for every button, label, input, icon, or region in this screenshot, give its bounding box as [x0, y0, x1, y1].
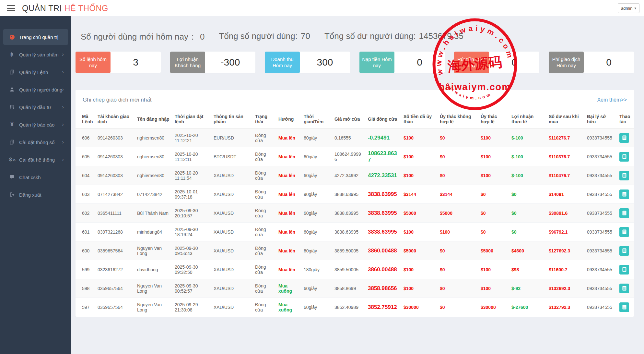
view-order-button[interactable] — [619, 227, 629, 237]
table-row: 6050914260303nghiemsen802025-10-20 11:12… — [76, 147, 634, 166]
cell-duration: 60giây — [301, 279, 332, 298]
cell-valid: $100 — [478, 166, 509, 185]
cell-status: Đóng cửa — [252, 204, 276, 223]
view-order-button[interactable] — [619, 133, 629, 143]
cell-time: 2025-09-30 18:19:24 — [172, 223, 211, 241]
cell-open: 3852.40989 — [332, 298, 365, 317]
sidebar-item-system-settings[interactable]: ⚙⚙ Cài đặt hệ thống › — [3, 152, 68, 167]
transactions-table: Mã LệnhTài khoản giao dịchTên đăng nhậpT… — [76, 110, 634, 317]
column-header: Ủy thác không hợp lệ — [437, 110, 478, 128]
view-order-button[interactable] — [619, 265, 629, 275]
cell-account: 0914260303 — [95, 128, 135, 147]
view-order-button[interactable] — [619, 284, 629, 293]
cell-account: 0397321268 — [95, 223, 135, 241]
table-row: 6020365411111Bùi Thành Nam2025-09-30 20:… — [76, 204, 634, 223]
see-more-link[interactable]: Xem thêm>> — [597, 97, 627, 103]
table-body: 6060914260303nghiemsen802025-10-20 11:12… — [76, 128, 634, 317]
cell-agent: 0933734555 — [584, 260, 617, 279]
cell-duration: 60giây — [301, 298, 332, 317]
sidebar-item-users[interactable]: Quản lý người dùng › — [3, 82, 68, 97]
cell-valid: $100 — [478, 147, 509, 166]
cell-close: 3838.63995 — [365, 223, 401, 241]
summary-label: Tổng số dư người dùng: — [324, 31, 416, 41]
cell-time: 2025-10-01 09:37:18 — [172, 185, 211, 204]
summary-value: 70 — [301, 31, 310, 41]
cell-balance: $132692.3 — [546, 279, 584, 298]
sidebar-item-orders[interactable]: Quản lý Lệnh › — [3, 64, 68, 80]
cell-product: EUR/USD — [211, 128, 252, 147]
cell-open: 3859.50005 — [332, 241, 365, 260]
cell-account: 0914260303 — [95, 147, 135, 166]
cell-username: 0714273842 — [135, 185, 172, 204]
cell-agent: 0933734555 — [584, 147, 617, 166]
sidebar-item-chat[interactable]: Chat cskh — [3, 169, 68, 185]
cell-committed: $100 — [401, 147, 437, 166]
sidebar-item-reports[interactable]: ¥ Quản lý báo cáo › — [3, 117, 68, 132]
cell-invalid: $0 — [437, 241, 478, 260]
cell-actions — [617, 241, 634, 260]
cell-open: 3858.8699 — [332, 279, 365, 298]
cell-username: Nguyen Van Long — [135, 279, 172, 298]
logout-icon — [8, 192, 16, 197]
cell-time: 2025-09-29 21:30:08 — [172, 298, 211, 317]
chat-icon — [8, 175, 16, 180]
sidebar-item-label: Quản lý đầu tư — [19, 104, 51, 110]
cell-username: minhdang84 — [135, 223, 172, 241]
hamburger-menu-icon[interactable] — [7, 5, 15, 11]
cell-agent: 0933734555 — [584, 166, 617, 185]
cell-time: 2025-09-30 20:10:57 — [172, 204, 211, 223]
cell-profit: $0 — [509, 204, 546, 223]
cell-profit: $0 — [509, 223, 546, 241]
sidebar-item-label: Quản lý người dùng — [19, 87, 62, 92]
cell-committed: $5000 — [401, 204, 437, 223]
view-order-button[interactable] — [619, 189, 629, 199]
sidebar-item-parameter-settings[interactable]: Cài đặt thông số › — [3, 134, 68, 150]
cell-actions — [617, 147, 634, 166]
cell-close: 4272.33531 — [365, 166, 401, 185]
cell-invalid: $0 — [437, 147, 478, 166]
cell-account: 0714273842 — [95, 185, 135, 204]
cell-profit: $98 — [509, 260, 546, 279]
cell-product: XAU/USD — [211, 166, 252, 185]
dashboard-icon — [8, 34, 16, 40]
cell-balance: $127692.3 — [546, 241, 584, 260]
cell-time: 2025-09-30 09:32:50 — [172, 260, 211, 279]
cell-status: Đóng cửa — [252, 241, 276, 260]
sidebar-item-dashboard[interactable]: Trang chủ quản trị — [3, 29, 68, 45]
orders-icon — [8, 69, 16, 75]
cell-product: XAU/USD — [211, 298, 252, 317]
stat-card-value: -300 — [205, 52, 255, 73]
cell-username: davidhung — [135, 260, 172, 279]
yen-icon: ¥ — [8, 122, 16, 127]
view-order-button[interactable] — [619, 246, 629, 256]
sidebar-item-investments[interactable]: Quản lý đầu tư › — [3, 99, 68, 115]
stat-card-value: 300 — [300, 52, 350, 73]
cell-product: XAU/USD — [211, 279, 252, 298]
cell-product: BTC/USDT — [211, 147, 252, 166]
cell-direction: Mua lên — [276, 147, 301, 166]
cell-balance: $132792.3 — [546, 298, 584, 317]
view-order-button[interactable] — [619, 171, 629, 180]
view-order-button[interactable] — [619, 152, 629, 162]
view-order-button[interactable] — [619, 302, 629, 312]
cell-agent: 0933734555 — [584, 128, 617, 147]
stat-card-label: Lợi nhuận Khách hàng — [170, 52, 205, 73]
cell-invalid: $0 — [437, 128, 478, 147]
cell-id: 603 — [76, 185, 95, 204]
chevron-right-icon: › — [62, 86, 64, 93]
user-menu-label: admin — [621, 6, 632, 11]
cell-close: 3860.00488 — [365, 260, 401, 279]
sidebar-item-logout[interactable]: Đăng xuất — [3, 187, 68, 202]
cell-committed: $5000 — [401, 241, 437, 260]
cell-invalid: $0 — [437, 166, 478, 185]
cell-id: 601 — [76, 223, 95, 241]
cell-account: 0359657564 — [95, 298, 135, 317]
sidebar-item-products[interactable]: B Quản lý sản phẩm › — [3, 47, 68, 62]
column-header: Số tiền đã ủy thác — [401, 110, 437, 128]
user-menu[interactable]: admin ▾ — [618, 3, 639, 13]
cell-direction: Mua lên — [276, 260, 301, 279]
view-order-button[interactable] — [619, 208, 629, 218]
cell-agent: 0933734555 — [584, 298, 617, 317]
user-icon — [8, 87, 16, 92]
cell-duration: 60giây — [301, 241, 332, 260]
